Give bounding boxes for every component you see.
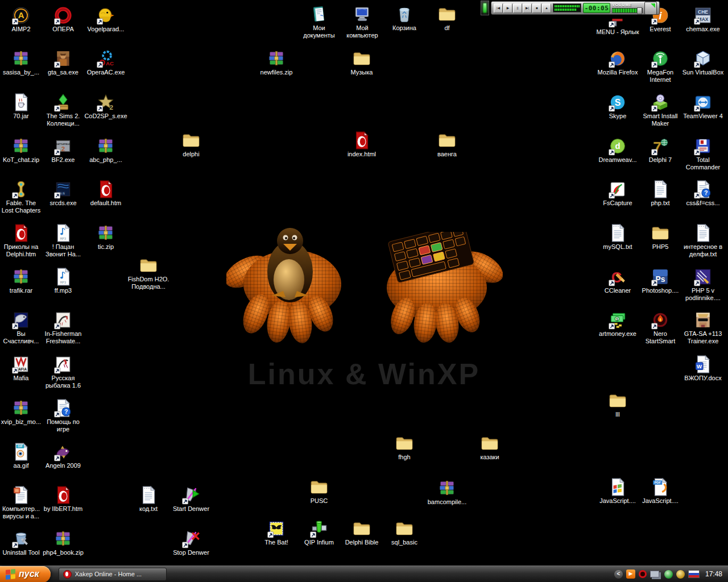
eject-button[interactable]: ▲ [542,3,551,13]
desktop-icon-label: Вы Счастливч... [3,330,39,345]
player-restore-button[interactable] [644,2,657,15]
desktop-icon-vzhopu-docx[interactable]: WВЖОПУ.docx [679,355,727,382]
winrar-icon [96,223,115,243]
desktop-icon-angeln2009[interactable]: Angeln 2009 [39,442,88,469]
folder-icon [139,256,158,275]
network-tray-icon[interactable] [650,571,659,577]
desktop-icon-total-commander[interactable]: Total Commander [679,136,727,171]
bucket-icon [11,529,31,548]
desktop-icon-css-f-css[interactable]: ?css&f=css... [679,180,727,207]
desktop-icon-photoshop[interactable]: PsPhotoshop.... [636,267,685,294]
desktop-icon-fishdom[interactable]: FishDom H2O. Подводна... [124,256,173,290]
tray-collapse-chevron[interactable]: < [614,570,623,579]
rusfish-icon [53,355,73,374]
desktop-icon-gta-trainer[interactable]: GTA-SA +113 Trainer.exe [679,310,727,345]
desktop-icon-nero[interactable]: Nero StartSmart [636,310,685,345]
opera-tray-icon[interactable] [639,570,647,578]
aimp-tray-icon[interactable]: ▶ [626,569,635,579]
desktop-icon-tic-zip[interactable]: tic.zip [81,223,130,251]
desktop-icon-delphi-folder[interactable]: delphi [167,131,216,158]
desktop-icon-default-htm[interactable]: default.htm [81,180,130,207]
desktop-icon-operaac[interactable]: OACOperaAC.exe [81,49,130,76]
volume-knob[interactable] [637,7,642,14]
desktop-icon-ff-mp3[interactable]: MP3ff.mp3 [39,267,88,294]
desktop-icon-moi-dokumenty[interactable]: Мои документы [295,5,344,39]
desktop-icon-sql-basic[interactable]: sql_basic [380,519,429,546]
txt-icon [651,180,670,199]
lang-ru-tray-icon[interactable] [688,570,700,578]
player-time-display[interactable]: -00:05 [583,3,610,13]
desktop-icon-php5-podlinnike[interactable]: PHP 5 v podlinnike.... [679,267,727,302]
desktop-icon-bf2[interactable]: BATTLEFIELD2BF2.exe [39,136,88,164]
desktop-icon-opera[interactable]: ОПЕРА [39,6,88,33]
desktop-icon-javascript-2[interactable]: PDFJavaScript.... [636,477,685,505]
desktop-icon-smart-install[interactable]: Smart Install Maker [636,93,685,127]
desktop-icon-delphi7[interactable]: 7Delphi 7 [636,136,685,164]
stop-button[interactable]: ■ [532,3,541,13]
play-button[interactable]: ▶ [503,3,512,13]
desktop-icon-pomosh-po-igre[interactable]: ?Помощь по игре [39,398,88,433]
desktop-icon-fhgh[interactable]: fhgh [380,434,429,461]
desktop-icon-teamviewer[interactable]: TeamViewer 4 [679,93,727,120]
desktop-icon-kod-txt[interactable]: код.txt [124,485,173,513]
denwer-start-icon [181,485,201,505]
desktop-icon-interesnoe-delfi[interactable]: интересное в делфи.txt [679,223,727,258]
desktop-icon-virtualbox[interactable]: Sun VirtualBox [679,49,727,76]
next-button[interactable]: ▶| [523,3,532,13]
svg-text:MP3: MP3 [60,237,67,240]
webmoney-tray-icon[interactable] [676,570,685,579]
desktop-icon-mysql-txt[interactable]: mySQL.txt [593,223,642,251]
mini-player[interactable]: |◀▶||▶|■▲ -00:05 VOLUME [481,1,660,15]
desktop-icon-javascript-1[interactable]: JavaScript.... [593,477,642,505]
taskbar-window-opera[interactable]: Xakep Online - Home ... [59,568,167,581]
desktop-icon-vaenga[interactable]: ваенга [423,131,471,158]
desktop-icon-php-txt[interactable]: php.txt [636,180,685,207]
folder-icon [352,519,371,538]
prev-button[interactable]: |◀ [494,3,503,13]
desktop-icon-in-fisherman[interactable]: In-Fisherman Freshwate... [39,310,88,345]
desktop-icon-pacan-zvonit[interactable]: MP3! Пацан Звонит На... [39,223,88,258]
desktop-icon-kazaki[interactable]: казаки [465,434,514,461]
desktop-icon-srcds[interactable]: CS:Ssrcds.exe [39,180,88,207]
gtatrainer-icon [693,310,713,330]
desktop-icon-skype[interactable]: SSkype [593,93,642,120]
desktop-icon-megafon[interactable]: MegaFon Internet [636,49,685,84]
desktop-icon-lll[interactable]: lll [593,391,642,418]
desktop-icon-bamcompile[interactable]: bamcompile... [423,479,471,506]
pause-button[interactable]: || [513,3,522,13]
tray-clock[interactable]: 17:48 [705,570,722,578]
winrar-icon [11,398,31,418]
desktop-icon-start-denwer[interactable]: Start Denwer [167,485,216,513]
desktop-icon-sims2[interactable]: The Sims 2. Коллекци... [39,93,88,127]
winrar-icon [437,479,457,498]
start-button[interactable]: пуск [0,566,51,582]
desktop-icon-stop-denwer[interactable]: Stop Denwer [167,529,216,556]
desktop-icon-php4-book[interactable]: php4_book.zip [39,529,88,556]
desktop-icon-php5-folder[interactable]: PHP5 [636,223,685,251]
desktop-icon-korzina[interactable]: Корзина [380,5,429,32]
desktop-icon-fscapture[interactable]: FsCapture [593,180,642,207]
desktop-icon-the-bat[interactable]: The Bat! [252,519,301,546]
desktop-icon-pusc[interactable]: PUSC [295,477,344,505]
desktop-icon-abc-php[interactable]: abc_php_... [81,136,130,164]
desktop-icon-rus-rybalka[interactable]: Русская рыбалка 1.6 [39,355,88,389]
desktop-icon-firefox[interactable]: Mozilla Firefox [593,49,642,76]
desktop-icon-muzyka[interactable]: Музыка [337,49,386,76]
desktop-icon-qip-infium[interactable]: QIP Infium [295,519,344,546]
desktop-icon-index-html[interactable]: index.html [337,131,386,158]
qip-tray-icon[interactable] [664,570,673,579]
desktop-icon-dreamweaver[interactable]: dDreamweav... [593,136,642,164]
volume-slider[interactable] [612,8,643,13]
svg-text:2: 2 [109,103,113,111]
desktop-icon-ccleaner[interactable]: CCCleaner [593,267,642,294]
desktop-icon-delphi-bible[interactable]: Delphi Bible [337,519,386,546]
desktop-icon-artmoney[interactable]: $artmoney.exe [593,310,642,338]
desktop-icon-newfiles[interactable]: newfiles.zip [252,49,301,76]
desktop-icon-chemax[interactable]: CHEMAXchemax.exe [679,6,727,33]
folder-icon [309,477,329,497]
desktop-icon-by-libert[interactable]: by lIbERT.htm [39,485,88,513]
desktop-icon-df[interactable]: df [423,5,471,32]
desktop-icon-vogelparad[interactable]: Vogelparad... [81,6,130,33]
desktop-icon-gta-sa[interactable]: gta_sa.exe [39,49,88,76]
desktop-icon-cod2sp[interactable]: 2CoD2SP_s.exe [81,93,130,120]
